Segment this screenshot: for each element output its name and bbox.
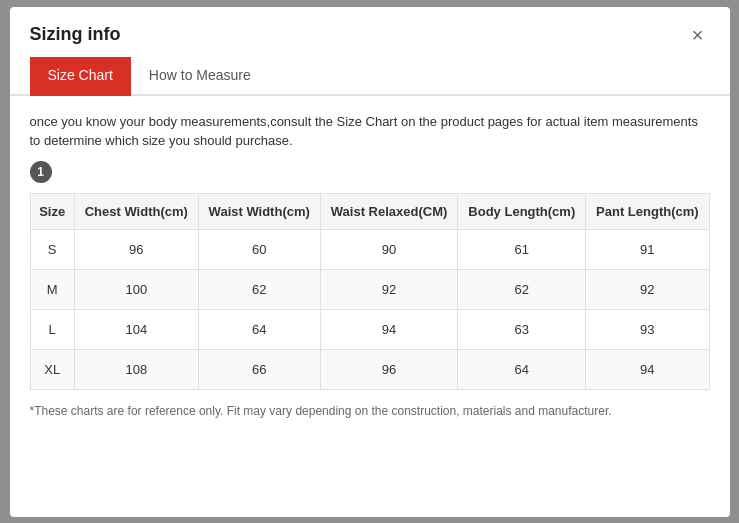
tab-bar: Size Chart How to Measure — [10, 57, 730, 96]
modal-body[interactable]: once you know your body measurements,con… — [10, 96, 730, 517]
cell-r1-c1: 100 — [74, 269, 198, 309]
cell-r0-c3: 90 — [320, 229, 458, 269]
cell-r3-c2: 66 — [198, 349, 320, 389]
cell-r1-c0: M — [30, 269, 74, 309]
cell-r3-c4: 64 — [458, 349, 586, 389]
cell-r0-c4: 61 — [458, 229, 586, 269]
cell-r2-c5: 93 — [586, 309, 709, 349]
cell-r3-c1: 108 — [74, 349, 198, 389]
cell-r1-c5: 92 — [586, 269, 709, 309]
description-text: once you know your body measurements,con… — [30, 112, 710, 151]
cell-r3-c3: 96 — [320, 349, 458, 389]
cell-r0-c0: S — [30, 229, 74, 269]
cell-r2-c1: 104 — [74, 309, 198, 349]
table-header-row: Size Chest Width(cm) Waist Width(cm) Wai… — [30, 193, 709, 229]
cell-r2-c3: 94 — [320, 309, 458, 349]
cell-r2-c4: 63 — [458, 309, 586, 349]
col-header-waist-relaxed: Waist Relaxed(CM) — [320, 193, 458, 229]
col-header-waist: Waist Width(cm) — [198, 193, 320, 229]
cell-r3-c0: XL — [30, 349, 74, 389]
step-badge: 1 — [30, 161, 52, 183]
cell-r2-c2: 64 — [198, 309, 320, 349]
table-row: L10464946393 — [30, 309, 709, 349]
col-header-chest: Chest Width(cm) — [74, 193, 198, 229]
modal-dialog: Sizing info × Size Chart How to Measure … — [10, 7, 730, 517]
modal-overlay: Sizing info × Size Chart How to Measure … — [0, 0, 739, 523]
modal-header: Sizing info × — [10, 7, 730, 47]
cell-r0-c2: 60 — [198, 229, 320, 269]
cell-r3-c5: 94 — [586, 349, 709, 389]
cell-r1-c4: 62 — [458, 269, 586, 309]
col-header-pant: Pant Length(cm) — [586, 193, 709, 229]
cell-r2-c0: L — [30, 309, 74, 349]
table-row: XL10866966494 — [30, 349, 709, 389]
modal-title: Sizing info — [30, 24, 121, 45]
close-button[interactable]: × — [686, 23, 710, 47]
footnote-text: *These charts are for reference only. Fi… — [30, 402, 710, 420]
cell-r1-c3: 92 — [320, 269, 458, 309]
cell-r0-c5: 91 — [586, 229, 709, 269]
cell-r0-c1: 96 — [74, 229, 198, 269]
cell-r1-c2: 62 — [198, 269, 320, 309]
col-header-body: Body Length(cm) — [458, 193, 586, 229]
size-table: Size Chest Width(cm) Waist Width(cm) Wai… — [30, 193, 710, 390]
table-row: M10062926292 — [30, 269, 709, 309]
tab-size-chart[interactable]: Size Chart — [30, 57, 131, 96]
tab-how-to-measure[interactable]: How to Measure — [131, 57, 269, 96]
table-row: S9660906191 — [30, 229, 709, 269]
col-header-size: Size — [30, 193, 74, 229]
